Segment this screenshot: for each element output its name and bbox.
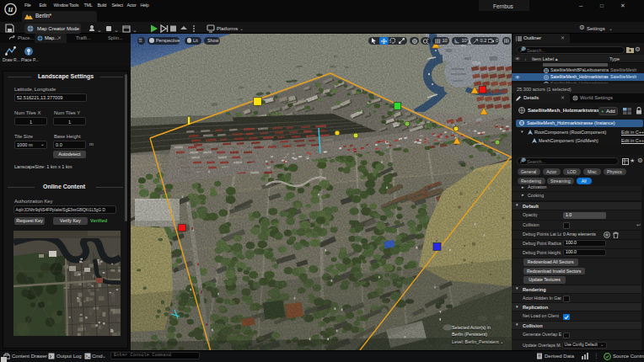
svg-text:⌄: ⌄ bbox=[114, 27, 119, 33]
svg-text:⌄: ⌄ bbox=[132, 27, 137, 33]
svg-text:u: u bbox=[8, 4, 13, 13]
svg-text:⌄: ⌄ bbox=[97, 27, 102, 33]
